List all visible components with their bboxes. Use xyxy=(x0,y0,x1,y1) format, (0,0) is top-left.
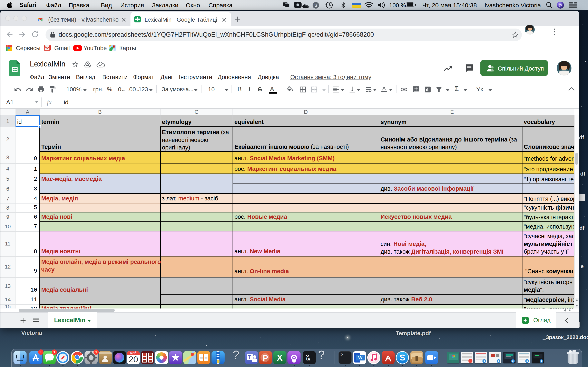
svg-text:tv: tv xyxy=(306,356,311,361)
